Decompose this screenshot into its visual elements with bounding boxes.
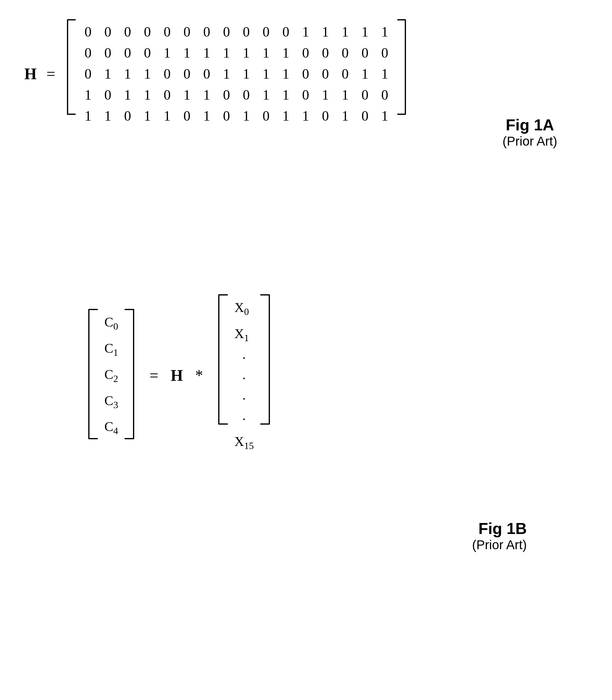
fig1a-subtitle: (Prior Art) [502, 134, 557, 149]
cell: 0 [201, 66, 212, 82]
cell: 1 [301, 108, 311, 124]
c-vector-right-bracket [124, 307, 137, 441]
cell: 0 [102, 87, 113, 103]
x15-cell: X15 [234, 430, 254, 456]
cell: 1 [261, 45, 272, 61]
cell: 1 [340, 108, 351, 124]
vec-equals-sign: = [150, 366, 158, 385]
cell: 1 [142, 66, 153, 82]
c1-cell: C1 [105, 336, 118, 363]
cell: 1 [281, 45, 291, 61]
matrix-h-wrapper: 0 0 0 0 0 0 0 0 0 0 0 1 1 1 1 [65, 18, 408, 130]
cell: 1 [182, 45, 192, 61]
cell: 0 [301, 66, 311, 82]
cell: 1 [201, 87, 212, 103]
cell: 0 [301, 87, 311, 103]
matrix-left-bracket [65, 18, 77, 116]
fig1b-title: Fig 1B [0, 520, 527, 538]
cell: 1 [162, 108, 172, 124]
cell: 1 [281, 108, 291, 124]
cell: 0 [281, 24, 291, 40]
cell: 1 [162, 45, 172, 61]
c2-cell: C2 [105, 363, 118, 389]
cell: 0 [122, 45, 133, 61]
cell: 1 [340, 87, 351, 103]
cell: 0 [261, 24, 272, 40]
cell: 0 [360, 108, 370, 124]
cell: 0 [360, 87, 370, 103]
cell: 1 [102, 108, 113, 124]
cell: 0 [221, 24, 232, 40]
cell: 0 [142, 45, 153, 61]
c4-cell: C4 [105, 415, 118, 441]
cell: 1 [360, 66, 370, 82]
matrix-row-0: 0 0 0 0 0 0 0 0 0 0 0 1 1 1 1 [83, 21, 390, 42]
cell: 1 [83, 87, 94, 103]
cell: 1 [379, 24, 390, 40]
c-vector-cells: C0 C1 C2 C3 C4 [99, 307, 124, 444]
x1-cell: X1 [234, 322, 254, 348]
cell: 0 [379, 45, 390, 61]
c0-cell: C0 [105, 310, 118, 336]
cell: 0 [102, 24, 113, 40]
cell: 1 [142, 108, 153, 124]
cell: 0 [162, 66, 172, 82]
cell: 0 [162, 24, 172, 40]
cell: 0 [301, 45, 311, 61]
cell: 1 [122, 66, 133, 82]
fig1a-title: Fig 1A [502, 116, 557, 134]
cell: 1 [281, 66, 291, 82]
cell: 1 [301, 24, 311, 40]
cell: 0 [182, 24, 192, 40]
cell: 0 [122, 24, 133, 40]
cell: 1 [241, 66, 252, 82]
cell: 1 [221, 66, 232, 82]
cell: 1 [102, 66, 113, 82]
fig1b-caption: Fig 1B (Prior Art) [0, 520, 527, 552]
cell: 0 [320, 45, 331, 61]
cell: 0 [142, 24, 153, 40]
cell: 1 [261, 66, 272, 82]
cell: 0 [340, 45, 351, 61]
cell: 1 [379, 66, 390, 82]
cell: 1 [261, 87, 272, 103]
cell: 1 [201, 45, 212, 61]
cell: 0 [83, 24, 94, 40]
vector-equation: C0 C1 C2 C3 C4 = H * [24, 293, 588, 458]
cell: 0 [162, 87, 172, 103]
cell: 0 [122, 108, 133, 124]
cell: 1 [320, 87, 331, 103]
fig1a-caption: Fig 1A (Prior Art) [502, 116, 557, 149]
cell: 1 [320, 24, 331, 40]
cell: 0 [182, 66, 192, 82]
cell: 0 [360, 45, 370, 61]
matrix-row-3: 1 0 1 1 0 1 1 0 0 1 1 0 1 1 0 [83, 84, 390, 105]
cell: 1 [281, 87, 291, 103]
cell: 1 [142, 87, 153, 103]
figure-1b: C0 C1 C2 C3 C4 = H * [24, 293, 588, 510]
dots-4: · [234, 409, 254, 430]
vec-star: * [195, 366, 203, 385]
cell: 0 [182, 108, 192, 124]
cell: 1 [182, 87, 192, 103]
c-vector-wrapper: C0 C1 C2 C3 C4 [85, 307, 137, 444]
matrix-row-1: 0 0 0 0 1 1 1 1 1 1 1 0 0 0 0 [83, 42, 390, 63]
cell: 1 [379, 108, 390, 124]
x0-cell: X0 [234, 295, 254, 322]
matrix-right-bracket [396, 18, 408, 116]
x-vector-right-bracket [259, 293, 273, 427]
cell: 0 [379, 87, 390, 103]
c3-cell: C3 [105, 389, 118, 415]
matrix-cells: 0 0 0 0 0 0 0 0 0 0 0 1 1 1 1 [77, 18, 396, 130]
dots-1: · [234, 348, 254, 368]
matrix-h-label: H [24, 65, 37, 83]
cell: 0 [83, 45, 94, 61]
cell: 0 [83, 66, 94, 82]
matrix-equation: H = 0 0 0 0 0 0 0 0 [24, 18, 588, 130]
x-vector-wrapper: X0 X1 · · · · X15 [215, 293, 273, 458]
cell: 1 [340, 24, 351, 40]
cell: 1 [241, 108, 252, 124]
x-vector-left-bracket [215, 293, 229, 427]
dots-2: · [234, 368, 254, 389]
vec-h-label: H [171, 366, 183, 385]
